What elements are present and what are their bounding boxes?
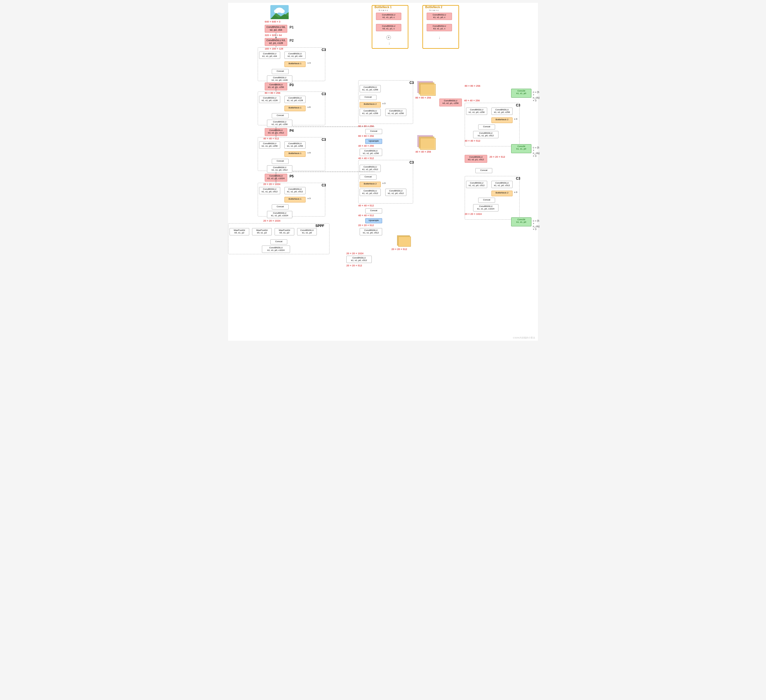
neck-conv-p3: ConvBNSILUk3, s2, p1, c256: [439, 98, 462, 106]
c3-head2-bn2: BottleNeck 2: [491, 191, 513, 196]
sppf-conv: ConvBNSILUk1, s1, p0: [297, 228, 317, 235]
c3-p4-concat: Concat: [272, 159, 289, 164]
c3-p3-label: C3: [321, 92, 326, 96]
c3-p2-concat: Concat: [272, 69, 289, 74]
c3-head2-concat: Concat: [478, 198, 495, 203]
c3-head1-out: ConvBNSILUk1, s1, p0, c512: [473, 131, 499, 138]
c3-p2-bottleneck: BottleNeck 1: [285, 62, 305, 67]
p5-label: P5: [290, 174, 294, 178]
dim-p5-out-label: 20 × 20 × 1024: [263, 220, 280, 222]
conv-20-512: ConvBNSILUk1, s1, p0, c512: [359, 228, 382, 235]
concat-80: Concat: [365, 129, 382, 134]
upsample1: Upsample: [365, 139, 382, 144]
c3-head1-x3: x 3: [514, 118, 518, 120]
bn1-plus: +: [386, 35, 391, 40]
c3-p5-concat: Concat: [272, 204, 289, 210]
c3-neck1-concat: Concat: [359, 95, 377, 100]
c3-head2-label: C3: [516, 177, 520, 180]
c3-p3-conv2: ConvBNSILUk1, s1, p0, c128: [285, 96, 305, 103]
dim-20-512-neck-out: 20 × 20 × 512: [489, 155, 505, 158]
c3-p4-out: ConvBNSILUk1, s1, p0, c512: [267, 165, 292, 172]
bn1-dim: h × w × c: [379, 9, 388, 11]
dim-20-512-stack: 20 × 20 × 512: [391, 248, 407, 251]
dim-40-512b-label: 40 × 40 × 512: [358, 204, 374, 207]
c3-neck2-conv3: ConvBNSILUk1, s1, p0, c512: [385, 189, 407, 196]
c3-p3-concat: Concat: [272, 113, 289, 118]
bn1-conv2: ConvBNSILUk3, s1, p1, c: [376, 24, 401, 31]
concat-40-512: Concat: [365, 209, 382, 213]
sppf-out: ConvBNSILUk1, s1, p0, c1024: [262, 245, 290, 253]
input-dim-label: 640 × 640 × 3: [265, 20, 280, 23]
neck-conv-p4: ConvBNSILUk3, s2, p1, c512: [465, 155, 487, 163]
bn2-dim: h × w × c: [429, 9, 438, 11]
bn1-title: BottleNeck 1: [375, 6, 392, 9]
sppf-neck-conv: ConvBNSILUk1, s1, p0, c512: [347, 256, 372, 263]
c3-p2-label: C3: [321, 48, 326, 52]
c3-p3-conv1: ConvBNSILUk1, s1, p0, c128: [259, 96, 280, 103]
dim-p3-label: 80 × 80 × 256: [265, 92, 280, 94]
bn2-conv1: ConvBNSILUk1, s1, p0, c: [427, 13, 452, 20]
c3-head1-label: C3: [516, 103, 520, 107]
dim-20-1024-head-label: 20 × 20 × 1024: [465, 213, 482, 215]
p1-conv-block: ConvBNSILU k6, s2, p2, c64: [265, 25, 287, 33]
sppf-pool2: MaxPool2dk5, s1, p2: [252, 228, 272, 235]
dim-20-1024-sppf-out: 20 × 20 × 1024: [347, 252, 364, 255]
p2-label: P2: [290, 39, 294, 43]
input-image-icon: [271, 5, 289, 19]
dim-80-256-head: 80 × 80 × 256: [465, 84, 480, 87]
watermark: CSDN大括弧的小算法: [513, 336, 535, 339]
dim-p5-label: 20 × 20 × 1024: [263, 183, 280, 186]
c3-p2-out: ConvBNSILUk1, s1, p0, c128: [267, 76, 292, 83]
sppf-label: SPPF: [315, 224, 324, 228]
conv-40-256: ConvBNSILUk1, s1, p0, c256: [359, 149, 382, 156]
bn2-title: BottleNeck 2: [425, 6, 442, 9]
concat-20-512: Concat: [475, 168, 492, 173]
det2-block: Conv2dk1, s1, p0: [511, 217, 532, 226]
c3-p5-conv1: ConvBNSILUk1, s1, p0, c512: [259, 187, 280, 194]
svg-point-3: [280, 9, 285, 13]
dim-neck-p3-out: 40 × 40 × 256: [464, 99, 480, 102]
det0-block: Conv2dk1, s1, p0: [511, 89, 532, 98]
c3-neck2-label: C3: [410, 161, 414, 164]
c3-neck1-conv2: ConvBNSILUk1, s1, p0, c256: [359, 109, 381, 116]
p4-label: P4: [290, 129, 294, 133]
upsample2: Upsample: [365, 218, 382, 223]
c3-p5-out: ConvBNSILUk1, s1, p0, c1024: [267, 211, 292, 218]
c3-head2-x3: x 3: [514, 191, 518, 193]
c3-neck2-x3: x 3: [383, 182, 386, 185]
c3-p5-conv2: ConvBNSILUk1, s1, p0, c512: [285, 187, 305, 194]
c3-p5-label: C3: [321, 183, 326, 187]
c3-head2-conv1: ConvBNSILUk1, s1, p0, c512: [466, 181, 487, 188]
c3-neck2-bn2: BottleNeck 2: [359, 182, 381, 187]
c3-neck1-conv1: ConvBNSILUk1, s1, p0, c256: [359, 85, 381, 92]
c3-p3-bottleneck: BottleNeck 1: [285, 106, 305, 111]
c3-p2-conv1: ConvBNSILUk1, s1, p0, c64: [259, 52, 280, 59]
c3-p4-label: C3: [321, 138, 326, 142]
dim-20-512-label: 20 × 20 × 512: [358, 224, 374, 227]
dim-80-256b-label: 80 × 80 × 256: [358, 134, 374, 137]
dim-stack-80: 80 × 80 × 256: [415, 96, 431, 99]
dim-20-512-sppf-out: 20 × 20 × 512: [347, 264, 362, 267]
c3-p2-conv2: ConvBNSILUk1, s1, p0, c64: [285, 52, 305, 59]
bn1-conv1: ConvBNSILUk1, s1, p0, c: [376, 13, 401, 20]
dim-stack-40: 40 × 40 × 256: [415, 150, 431, 153]
p4-conv-block: ConvBNSILUk3, s2, p1, c512: [265, 128, 287, 136]
det0-c-label: c = (5 + n_cls) × 3: [533, 91, 540, 102]
bn2-conv2: ConvBNSILUk3, s1, p1, c: [427, 24, 452, 31]
svg-point-2: [274, 9, 279, 13]
dim-p2-label: 160 × 160 × 128: [265, 47, 283, 50]
dim-40-512-head-label: 40 × 40 × 512: [465, 139, 480, 142]
dim-p1-label: 320 × 320 × 64: [265, 34, 282, 36]
diagram-container: 640 × 640 × 3 ConvBNSILU k6, s2, p2, c64…: [228, 3, 538, 341]
c3-p5-bottleneck: BottleNeck 1: [285, 197, 305, 202]
c3-neck1-bn2: BottleNeck 2: [359, 102, 381, 107]
p1-label: P1: [290, 25, 294, 29]
c3-neck2-concat: Concat: [359, 175, 377, 180]
det2-c-label: c = (5 + n_cls) × 3: [533, 220, 540, 231]
p3-label: P3: [290, 83, 294, 87]
c3-head2-out: ConvBNSILUk1, s1, p0, c1024: [473, 204, 499, 212]
dim-p4-label: 40 × 40 × 512: [263, 137, 279, 140]
bn1-arrow-down: ↓: [388, 41, 390, 45]
sppf-pool1: MaxPool2dk5, s1, p2: [229, 228, 249, 235]
c3-p4-x9: x 9: [307, 152, 311, 154]
